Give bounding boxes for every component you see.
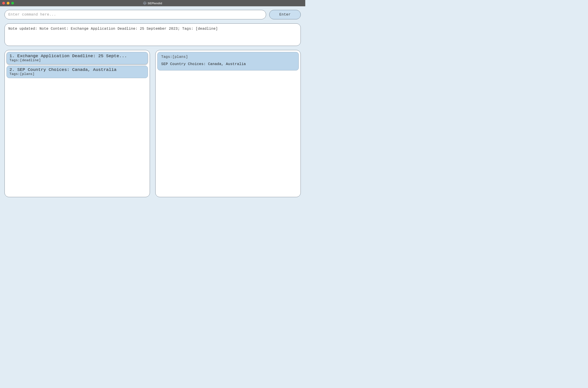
window-titlebar: SEPlendid (0, 0, 305, 6)
list-item[interactable]: 2. SEP Country Choices: Canada, Australi… (6, 66, 148, 78)
note-title: 2. SEP Country Choices: Canada, Australi… (9, 67, 145, 72)
command-input[interactable] (4, 10, 266, 19)
window-title-wrap: SEPlendid (143, 1, 162, 5)
note-index: 2. (9, 67, 15, 72)
note-title-text: SEP Country Choices: Canada, Australia (17, 67, 117, 72)
enter-button[interactable]: Enter (269, 10, 301, 19)
note-index: 1. (9, 53, 15, 58)
notes-list-panel: 1. Exchange Application Deadline: 25 Sep… (4, 50, 150, 197)
app-body: Enter Note updated: Note Content: Exchan… (0, 6, 305, 202)
note-title: 1. Exchange Application Deadline: 25 Sep… (9, 53, 145, 58)
detail-tags: Tags:[plans] (161, 55, 295, 59)
note-tags: Tags:[deadline] (9, 58, 145, 62)
detail-panel: Tags:[plans] SEP Country Choices: Canada… (155, 50, 301, 197)
globe-icon (143, 1, 146, 5)
command-row: Enter (4, 10, 301, 19)
window-title: SEPlendid (148, 1, 162, 5)
maximize-window-button[interactable] (11, 2, 14, 4)
feedback-box: Note updated: Note Content: Exchange App… (4, 24, 301, 46)
minimize-window-button[interactable] (7, 2, 9, 4)
list-item[interactable]: 1. Exchange Application Deadline: 25 Sep… (6, 52, 148, 64)
detail-content: SEP Country Choices: Canada, Australia (161, 62, 295, 66)
window-controls (2, 2, 14, 4)
detail-card: Tags:[plans] SEP Country Choices: Canada… (157, 52, 299, 71)
close-window-button[interactable] (2, 2, 5, 4)
note-title-text: Exchange Application Deadline: 25 Septe.… (17, 53, 127, 58)
panels-container: 1. Exchange Application Deadline: 25 Sep… (4, 50, 301, 197)
note-tags: Tags:[plans] (9, 72, 145, 76)
